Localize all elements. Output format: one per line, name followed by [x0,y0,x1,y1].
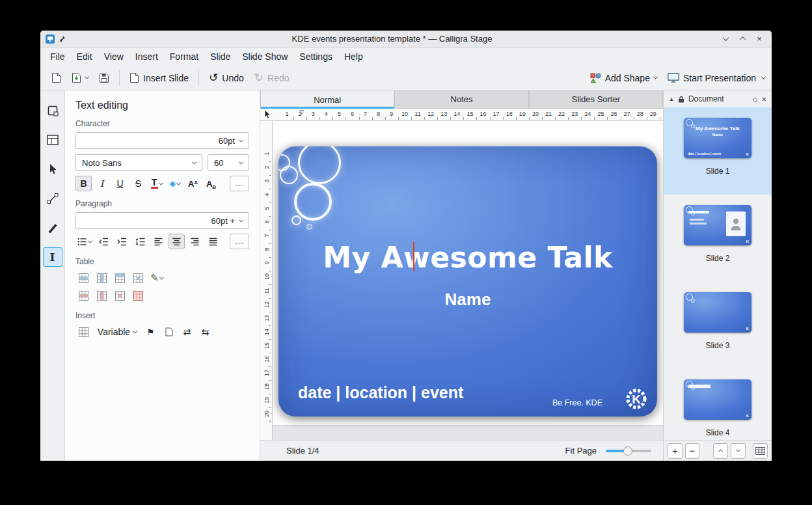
font-size-combobox[interactable]: 60 [208,154,249,171]
table-split-cells-button[interactable] [112,270,128,286]
add-shape-button[interactable]: Add Shape [586,70,662,87]
strikethrough-button[interactable]: S [130,176,146,191]
ruler-vertical[interactable]: 1234567891011121314151617181920 [260,121,273,440]
tab-notes[interactable]: Notes [394,90,528,109]
table-delete-table-button[interactable] [130,288,146,303]
menu-format[interactable]: Format [164,49,204,64]
slide-2-thumbnail[interactable]: K [684,205,751,245]
list-style-button[interactable] [75,234,94,249]
calligraphy-tool[interactable] [43,218,62,238]
pin-icon[interactable] [59,35,66,42]
open-document-button[interactable] [67,69,93,87]
align-left-icon [154,238,163,246]
slide-canvas[interactable]: My Awesome Talk Name date | location | e… [278,146,657,416]
slide-4-thumbnail[interactable]: K [684,379,751,420]
slide-thumbnail-item-3[interactable]: K Slide 3 [664,282,772,369]
remove-slide-button[interactable]: − [685,443,700,459]
ruler-horizontal[interactable]: ▽ 12345678910111213141516171819202122232… [273,109,663,121]
connection-tool[interactable] [43,189,62,208]
minimize-button[interactable] [718,33,733,46]
slide-brand-text: Be Free. KDE [552,398,602,407]
zoom-slider[interactable] [606,450,651,452]
insert-table-button[interactable] [75,324,92,340]
table-insert-column-button[interactable] [94,270,110,286]
slide-footer-text[interactable]: date | location | event [298,383,463,402]
menu-settings[interactable]: Settings [293,49,338,64]
lock-icon[interactable] [678,96,684,103]
font-family-combobox[interactable]: Noto Sans [75,154,202,171]
menu-view[interactable]: View [98,49,129,64]
menu-help[interactable]: Help [338,49,369,64]
insert-slide-button[interactable]: Insert Slide [125,69,193,87]
slide-thumbnail-item-2[interactable]: K Slide 2 [664,195,772,282]
text-editing-tool[interactable]: I [43,247,62,267]
table-insert-row-button[interactable] [75,270,92,286]
font-size-value: 60 [214,158,223,168]
slide-title-text[interactable]: My Awesome Talk [278,241,657,274]
canvas[interactable]: My Awesome Talk Name date | location | e… [273,121,663,440]
maximize-button[interactable] [735,33,750,46]
text-direction-rtl-button[interactable]: ⇆ [197,324,213,340]
move-slide-down-button[interactable] [731,443,746,459]
table-delete-row-button[interactable] [75,288,92,303]
character-style-combobox[interactable]: 60pt [75,132,249,149]
increase-indent-button[interactable] [114,234,130,249]
menu-slide-show[interactable]: Slide Show [236,49,293,64]
table-delete-column-button[interactable] [94,288,110,303]
shape-handling-tool[interactable] [43,101,62,120]
underline-button[interactable]: U [112,176,128,191]
menu-slide[interactable]: Slide [204,49,236,64]
zoom-slider-handle[interactable] [623,446,632,456]
save-button[interactable] [94,70,114,87]
selection-tool[interactable] [43,159,62,179]
paragraph-more-button[interactable]: ... [230,234,249,249]
subscript-button[interactable]: AB [203,176,219,191]
decrease-indent-button[interactable] [96,234,112,249]
align-center-button[interactable] [169,234,185,249]
bold-button[interactable]: B [75,176,92,191]
superscript-button[interactable]: AA [185,176,201,191]
menu-file[interactable]: File [44,49,71,64]
undo-button[interactable]: ↺ Undo [204,70,249,87]
italic-button[interactable]: I [94,176,110,191]
menu-insert[interactable]: Insert [129,49,164,64]
close-icon: × [757,34,762,44]
collapse-icon[interactable]: ▲ [669,96,674,102]
background-color-button[interactable]: ◆ [167,176,183,191]
slide-3-thumbnail[interactable]: K [684,292,751,333]
add-slide-button[interactable]: + [668,443,683,459]
slide-properties-button[interactable] [753,443,768,459]
zoom-mode-label[interactable]: Fit Page [565,446,597,456]
titlebar[interactable]: KDE events presentation template * — Cal… [40,31,772,48]
character-more-button[interactable]: ... [230,176,249,191]
tab-normal[interactable]: Normal [260,90,394,109]
insert-section-button[interactable] [161,324,177,340]
table-delete-cell-button[interactable] [112,288,128,303]
align-justify-button[interactable] [205,234,221,249]
insert-bookmark-button[interactable]: ⚑ [142,324,159,340]
slide-thumbnail-item-1[interactable]: My Awesome Talk Name date | location | e… [664,107,772,195]
slide-1-thumbnail[interactable]: My Awesome Talk Name date | location | e… [684,118,751,158]
menu-edit[interactable]: Edit [71,49,98,64]
align-right-button[interactable] [187,234,203,249]
line-spacing-button[interactable] [132,234,148,249]
slide-subtitle-text[interactable]: Name [278,290,657,310]
start-presentation-button[interactable]: Start Presentation [663,70,761,87]
close-button[interactable]: × [752,33,766,46]
table-border-pen-button[interactable]: ✎ [148,270,165,286]
paragraph-style-combobox[interactable]: 60pt + [75,212,249,229]
docker-close-icon[interactable]: × [761,94,766,104]
insert-variable-dropdown[interactable]: Variable [94,324,141,340]
toolbar-overflow-button[interactable] [761,75,766,79]
table-merge-cells-button[interactable] [130,270,146,286]
text-color-button[interactable]: T [148,176,165,191]
slide-thumbnail-item-4[interactable]: K Slide 4 [664,369,772,440]
new-document-button[interactable] [47,69,66,87]
frame-tool[interactable] [43,130,62,150]
move-slide-up-button[interactable] [713,443,728,459]
tab-slides-sorter[interactable]: Slides Sorter [529,90,663,109]
align-left-button[interactable] [150,234,167,249]
float-icon[interactable]: ◇ [753,96,758,102]
text-direction-button[interactable]: ⇄ [179,324,195,340]
redo-button[interactable]: ↻ Redo [250,70,294,87]
